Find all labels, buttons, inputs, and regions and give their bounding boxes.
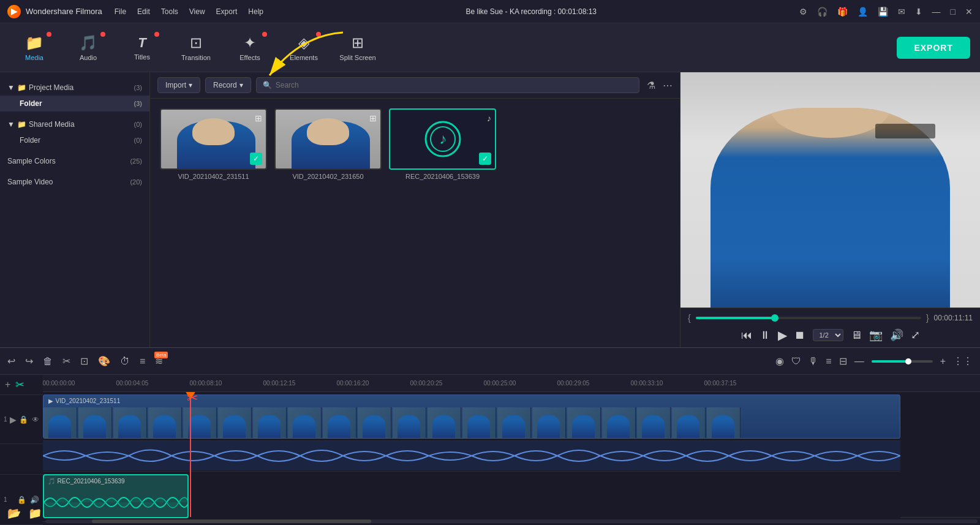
media-item-3[interactable]: ♪ ♪ ✓ REC_20210406_153639 [389, 108, 496, 180]
import-button[interactable]: Import ▾ [157, 77, 200, 93]
add-track-icon[interactable]: + [5, 379, 10, 390]
speed-select[interactable]: 1/212 [813, 329, 843, 341]
progress-bar[interactable] [696, 317, 921, 319]
toolbar-audio-btn[interactable]: 🎵 Audio [64, 27, 113, 69]
bracket-left[interactable]: { [688, 313, 691, 323]
toolbar-titles-btn[interactable]: T Titles [118, 27, 167, 69]
color-btn[interactable]: 🎨 [98, 355, 110, 367]
progress-thumb[interactable] [771, 314, 778, 322]
playback-controls: ⏮ ⏸ ▶ ⏹ 1/212 🖥 📷 🔊 ⤢ [688, 328, 973, 342]
crop-btn[interactable]: ⊡ [80, 355, 88, 367]
media-item-1[interactable]: ⊞ ✓ VID_20210402_231511 [160, 108, 267, 180]
toolbar-splitscreen-btn[interactable]: ⊞ Split Screen [333, 27, 382, 69]
toolbar-elements-btn[interactable]: ◈ Elements [279, 27, 328, 69]
tracks-scroll[interactable]: ▶ VID_20210402_231511 [43, 392, 980, 525]
mic-btn[interactable]: 🎙 [809, 356, 818, 367]
sidebar-item-folder-shared[interactable]: Folder (0) [0, 132, 149, 148]
minimize-icon[interactable]: — [932, 7, 941, 17]
redo-btn[interactable]: ↪ [25, 355, 33, 367]
plus-btn[interactable]: + [940, 356, 946, 367]
video-clip-1[interactable]: ▶ VID_20210402_231511 [43, 395, 900, 439]
menu-edit[interactable]: Edit [137, 7, 150, 16]
motion-btn[interactable]: ◉ [775, 355, 784, 367]
extract-btn[interactable]: ⊟ [839, 355, 847, 367]
captions-btn[interactable]: ≡ [826, 356, 831, 367]
toolbar-media-btn[interactable]: 📁 Media [10, 27, 59, 69]
elements-badge [316, 32, 321, 37]
pause-btn[interactable]: ⏸ [760, 329, 771, 342]
colors-label: Sample Colors [7, 157, 56, 165]
sidebar-header-project[interactable]: ▼ 📁 Project Media (3) [0, 80, 149, 96]
close-icon[interactable]: ✕ [965, 7, 973, 17]
sidebar-header-video[interactable]: Sample Video (20) [0, 174, 149, 190]
play-btn[interactable]: ▶ [778, 328, 787, 342]
sidebar-header-colors[interactable]: Sample Colors (25) [0, 153, 149, 169]
gift-icon[interactable]: 🎁 [837, 7, 848, 17]
audio-tb-icon: 🎵 [79, 34, 97, 51]
menu-view[interactable]: View [189, 7, 205, 16]
folder-count: (3) [134, 100, 142, 107]
sidebar-item-folder-project[interactable]: Folder (3) [0, 96, 149, 111]
dots-btn[interactable]: ⋮⋮ [953, 355, 973, 367]
toolbar-transition-btn[interactable]: ⊡ Transition [172, 27, 221, 69]
prev-frame-btn[interactable]: ⏮ [741, 329, 752, 342]
account-icon[interactable]: 👤 [858, 7, 868, 17]
track-id-v1: 1 [4, 416, 7, 423]
eye-icon-v1[interactable]: 👁 [32, 415, 39, 424]
menu-file[interactable]: File [115, 7, 126, 16]
stop-btn[interactable]: ⏹ [794, 329, 805, 342]
scrollbar-thumb[interactable] [92, 519, 372, 523]
timer-btn[interactable]: ⏱ [120, 356, 130, 367]
frame-11 [393, 407, 426, 438]
volume-icon[interactable]: 🔊 [890, 328, 903, 342]
mute-icon-a1[interactable]: 🔊 [30, 496, 39, 504]
minus-btn[interactable]: — [854, 356, 864, 367]
record-button[interactable]: Record ▾ [205, 77, 251, 93]
video-grid-icon-1: ⊞ [255, 113, 262, 123]
splitscreen-icon: ⊞ [352, 34, 364, 51]
lock-icon-v1[interactable]: 🔒 [19, 415, 28, 424]
maximize-icon[interactable]: □ [951, 7, 956, 17]
audio-mix-btn[interactable]: ≡ [140, 356, 145, 367]
audio-clip-1[interactable]: 🎵 REC_20210406_153639 [43, 474, 189, 518]
undo-btn[interactable]: ↩ [7, 355, 15, 367]
bracket-right[interactable]: } [926, 313, 929, 323]
play-track-icon[interactable]: ▶ [10, 415, 17, 425]
shared-folder-label: Folder [20, 136, 40, 145]
recording-info: Be like Sue - KA recording : 00:01:08:13 [466, 7, 597, 16]
shared-folder-icon: 📁 [17, 120, 26, 129]
search-input[interactable] [276, 81, 633, 89]
video-grid-icon-2: ⊞ [369, 113, 377, 123]
shield-btn[interactable]: 🛡 [791, 356, 801, 367]
monitor-icon[interactable]: 🖥 [851, 329, 862, 342]
download-icon[interactable]: ⬇ [915, 7, 922, 17]
media-thumb-2: ⊞ [274, 108, 382, 170]
music-note-svg: ♪ [423, 119, 462, 159]
lock-icon-a1[interactable]: 🔒 [17, 496, 26, 504]
zoom-slider[interactable] [872, 360, 933, 363]
track-header-row: + ✂ [0, 375, 43, 395]
screenshot-icon[interactable]: 📷 [869, 328, 883, 342]
fullscreen-icon[interactable]: ⤢ [911, 328, 920, 342]
grid-view-button[interactable]: ⋯ [663, 80, 673, 91]
mail-icon[interactable]: ✉ [898, 7, 905, 17]
menu-tools[interactable]: Tools [161, 7, 178, 16]
toolbar-effects-btn[interactable]: ✦ Effects [225, 27, 274, 69]
export-button[interactable]: EXPORT [897, 37, 970, 59]
delete-btn[interactable]: 🗑 [43, 356, 53, 367]
save-icon[interactable]: 💾 [878, 7, 888, 17]
media-toolbar: Import ▾ Record ▾ 🔍 ⚗ ⋯ [150, 72, 680, 99]
search-box[interactable]: 🔍 [256, 77, 639, 93]
effects-icon: ✦ [244, 34, 256, 51]
menu-help[interactable]: Help [248, 7, 263, 16]
audio-icon[interactable]: 🎧 [817, 7, 827, 17]
settings-icon[interactable]: ⚙ [799, 7, 807, 17]
filter-button[interactable]: ⚗ [647, 80, 655, 91]
video-track-1: ▶ VID_20210402_231511 [43, 392, 900, 441]
razor-icon[interactable]: ✂ [15, 378, 24, 391]
media-panel: Import ▾ Record ▾ 🔍 ⚗ ⋯ [150, 72, 680, 347]
sidebar-header-shared[interactable]: ▼ 📁 Shared Media (0) [0, 116, 149, 132]
menu-export[interactable]: Export [216, 7, 238, 16]
cut-btn[interactable]: ✂ [62, 355, 70, 367]
media-item-2[interactable]: ⊞ VID_20210402_231650 [274, 108, 382, 180]
